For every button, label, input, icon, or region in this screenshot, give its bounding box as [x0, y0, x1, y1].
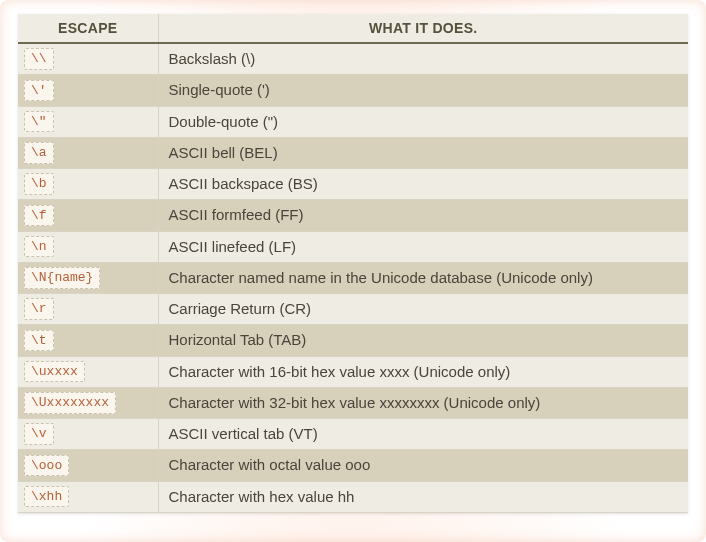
escape-code: \f [24, 205, 54, 227]
description-cell: Backslash (\) [158, 43, 688, 75]
escape-cell: \" [18, 106, 158, 137]
escape-cell: \n [18, 231, 158, 262]
escape-cell: \Uxxxxxxxx [18, 387, 158, 418]
description-cell: ASCII bell (BEL) [158, 137, 688, 168]
escape-code: \r [24, 298, 54, 320]
col-header-escape: ESCAPE [18, 14, 158, 43]
escape-code: \v [24, 423, 54, 445]
description-cell: Character named name in the Unicode data… [158, 262, 688, 293]
table-row: \UxxxxxxxxCharacter with 32-bit hex valu… [18, 387, 688, 418]
description-cell: Character with octal value ooo [158, 450, 688, 481]
escape-cell: \xhh [18, 481, 158, 512]
escape-cell: \v [18, 419, 158, 450]
table-row: \xhhCharacter with hex value hh [18, 481, 688, 512]
escape-cell: \a [18, 137, 158, 168]
escape-code: \b [24, 173, 54, 195]
escape-code: \Uxxxxxxxx [24, 392, 116, 414]
escape-cell: \N{name} [18, 262, 158, 293]
escape-cell: \r [18, 294, 158, 325]
description-cell: ASCII vertical tab (VT) [158, 419, 688, 450]
description-cell: ASCII backspace (BS) [158, 169, 688, 200]
table-row: \'Single-quote (') [18, 75, 688, 106]
escape-code: \xhh [24, 486, 69, 508]
table-body: \\Backslash (\)\'Single-quote (')\"Doubl… [18, 43, 688, 512]
escape-cell: \b [18, 169, 158, 200]
table-row: \tHorizontal Tab (TAB) [18, 325, 688, 356]
table-row: \N{name}Character named name in the Unic… [18, 262, 688, 293]
table-row: \aASCII bell (BEL) [18, 137, 688, 168]
table-row: \nASCII linefeed (LF) [18, 231, 688, 262]
escape-code: \' [24, 80, 54, 102]
escape-cell: \uxxxx [18, 356, 158, 387]
escape-cell: \' [18, 75, 158, 106]
escape-code: \uxxxx [24, 361, 85, 383]
description-cell: Character with hex value hh [158, 481, 688, 512]
table-row: \rCarriage Return (CR) [18, 294, 688, 325]
table-row: \vASCII vertical tab (VT) [18, 419, 688, 450]
escape-code: \\ [24, 48, 54, 70]
description-cell: Character with 16-bit hex value xxxx (Un… [158, 356, 688, 387]
description-cell: Character with 32-bit hex value xxxxxxxx… [158, 387, 688, 418]
escape-code: \a [24, 142, 54, 164]
table-row: \bASCII backspace (BS) [18, 169, 688, 200]
table-row: \oooCharacter with octal value ooo [18, 450, 688, 481]
description-cell: ASCII formfeed (FF) [158, 200, 688, 231]
escape-cell: \\ [18, 43, 158, 75]
escape-cell: \f [18, 200, 158, 231]
description-cell: Carriage Return (CR) [158, 294, 688, 325]
table-row: \\Backslash (\) [18, 43, 688, 75]
table-row: \"Double-quote (") [18, 106, 688, 137]
escape-table: ESCAPE WHAT IT DOES. \\Backslash (\)\'Si… [18, 14, 688, 513]
content-frame: ESCAPE WHAT IT DOES. \\Backslash (\)\'Si… [0, 0, 706, 542]
description-cell: Double-quote (") [158, 106, 688, 137]
escape-code: \n [24, 236, 54, 258]
escape-code: \" [24, 111, 54, 133]
table-row: \uxxxxCharacter with 16-bit hex value xx… [18, 356, 688, 387]
escape-cell: \t [18, 325, 158, 356]
table-row: \fASCII formfeed (FF) [18, 200, 688, 231]
escape-code: \ooo [24, 455, 69, 477]
escape-code: \t [24, 330, 54, 352]
table-header-row: ESCAPE WHAT IT DOES. [18, 14, 688, 43]
description-cell: Single-quote (') [158, 75, 688, 106]
description-cell: Horizontal Tab (TAB) [158, 325, 688, 356]
escape-code: \N{name} [24, 267, 100, 289]
col-header-description: WHAT IT DOES. [158, 14, 688, 43]
escape-cell: \ooo [18, 450, 158, 481]
description-cell: ASCII linefeed (LF) [158, 231, 688, 262]
